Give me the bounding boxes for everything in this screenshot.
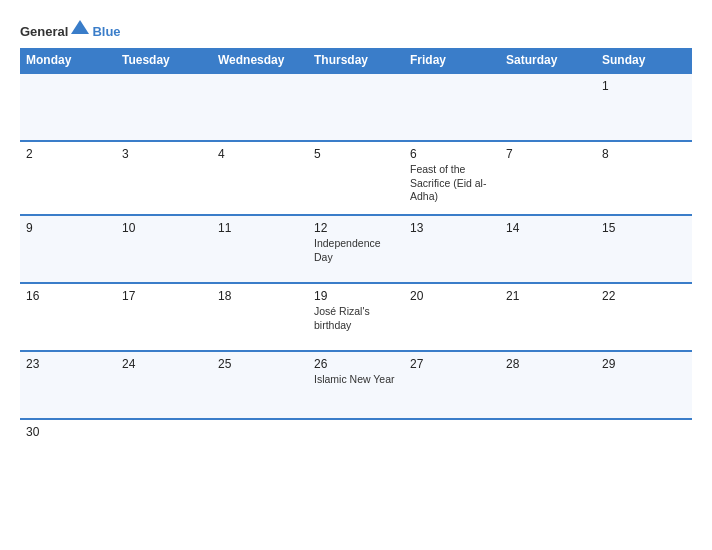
calendar-cell: 15 [596, 215, 692, 283]
calendar-cell: 1 [596, 73, 692, 141]
day-number: 21 [506, 289, 590, 303]
calendar-cell: 13 [404, 215, 500, 283]
day-number: 5 [314, 147, 398, 161]
logo-blue-text: Blue [92, 25, 120, 38]
calendar-cell [308, 73, 404, 141]
col-header-wednesday: Wednesday [212, 48, 308, 73]
col-header-monday: Monday [20, 48, 116, 73]
calendar-cell: 11 [212, 215, 308, 283]
day-number: 28 [506, 357, 590, 371]
day-number: 25 [218, 357, 302, 371]
svg-marker-0 [71, 20, 89, 34]
col-header-friday: Friday [404, 48, 500, 73]
logo: General Blue [20, 18, 121, 38]
calendar-cell: 23 [20, 351, 116, 419]
calendar-cell [500, 73, 596, 141]
calendar-week-row: 16171819José Rizal's birthday202122 [20, 283, 692, 351]
calendar-cell: 3 [116, 141, 212, 215]
calendar-cell: 6Feast of the Sacrifice (Eid al-Adha) [404, 141, 500, 215]
day-number: 11 [218, 221, 302, 235]
day-number: 16 [26, 289, 110, 303]
day-number: 4 [218, 147, 302, 161]
col-header-sunday: Sunday [596, 48, 692, 73]
day-number: 23 [26, 357, 110, 371]
calendar-cell [404, 73, 500, 141]
logo-general-text: General [20, 25, 68, 38]
calendar-cell: 29 [596, 351, 692, 419]
calendar-cell: 5 [308, 141, 404, 215]
day-number: 27 [410, 357, 494, 371]
calendar-cell [596, 419, 692, 487]
calendar-week-row: 30 [20, 419, 692, 487]
day-number: 13 [410, 221, 494, 235]
calendar-cell [212, 73, 308, 141]
calendar-cell: 2 [20, 141, 116, 215]
event-label: Islamic New Year [314, 373, 398, 387]
day-number: 8 [602, 147, 686, 161]
calendar-cell: 16 [20, 283, 116, 351]
day-number: 1 [602, 79, 686, 93]
event-label: José Rizal's birthday [314, 305, 398, 332]
calendar-cell: 4 [212, 141, 308, 215]
event-label: Independence Day [314, 237, 398, 264]
event-label: Feast of the Sacrifice (Eid al-Adha) [410, 163, 494, 204]
day-number: 29 [602, 357, 686, 371]
calendar-cell: 12Independence Day [308, 215, 404, 283]
calendar-cell: 25 [212, 351, 308, 419]
calendar-cell: 26Islamic New Year [308, 351, 404, 419]
calendar-cell: 30 [20, 419, 116, 487]
day-number: 20 [410, 289, 494, 303]
day-number: 3 [122, 147, 206, 161]
calendar-week-row: 9101112Independence Day131415 [20, 215, 692, 283]
day-number: 18 [218, 289, 302, 303]
calendar-cell: 14 [500, 215, 596, 283]
day-number: 19 [314, 289, 398, 303]
calendar-cell [212, 419, 308, 487]
calendar-table: MondayTuesdayWednesdayThursdayFridaySatu… [20, 48, 692, 487]
calendar-cell: 17 [116, 283, 212, 351]
logo-icon [69, 18, 91, 38]
calendar-cell: 10 [116, 215, 212, 283]
day-number: 10 [122, 221, 206, 235]
calendar-cell: 24 [116, 351, 212, 419]
day-number: 14 [506, 221, 590, 235]
calendar-week-row: 1 [20, 73, 692, 141]
calendar-cell [500, 419, 596, 487]
day-number: 24 [122, 357, 206, 371]
calendar-cell [116, 73, 212, 141]
day-number: 12 [314, 221, 398, 235]
day-number: 17 [122, 289, 206, 303]
calendar-cell [116, 419, 212, 487]
calendar-cell [404, 419, 500, 487]
calendar-cell [20, 73, 116, 141]
day-number: 15 [602, 221, 686, 235]
day-number: 2 [26, 147, 110, 161]
day-number: 7 [506, 147, 590, 161]
day-number: 22 [602, 289, 686, 303]
col-header-thursday: Thursday [308, 48, 404, 73]
calendar-cell: 19José Rizal's birthday [308, 283, 404, 351]
col-header-tuesday: Tuesday [116, 48, 212, 73]
day-number: 30 [26, 425, 110, 439]
col-header-saturday: Saturday [500, 48, 596, 73]
calendar-cell: 22 [596, 283, 692, 351]
calendar-cell: 18 [212, 283, 308, 351]
calendar-week-row: 23242526Islamic New Year272829 [20, 351, 692, 419]
calendar-cell: 21 [500, 283, 596, 351]
calendar-cell: 7 [500, 141, 596, 215]
day-number: 9 [26, 221, 110, 235]
day-number: 6 [410, 147, 494, 161]
calendar-cell: 27 [404, 351, 500, 419]
calendar-cell [308, 419, 404, 487]
day-number: 26 [314, 357, 398, 371]
calendar-week-row: 23456Feast of the Sacrifice (Eid al-Adha… [20, 141, 692, 215]
calendar-header-row: MondayTuesdayWednesdayThursdayFridaySatu… [20, 48, 692, 73]
calendar-cell: 28 [500, 351, 596, 419]
calendar-cell: 9 [20, 215, 116, 283]
calendar-header: General Blue [20, 18, 692, 38]
calendar-cell: 20 [404, 283, 500, 351]
calendar-cell: 8 [596, 141, 692, 215]
